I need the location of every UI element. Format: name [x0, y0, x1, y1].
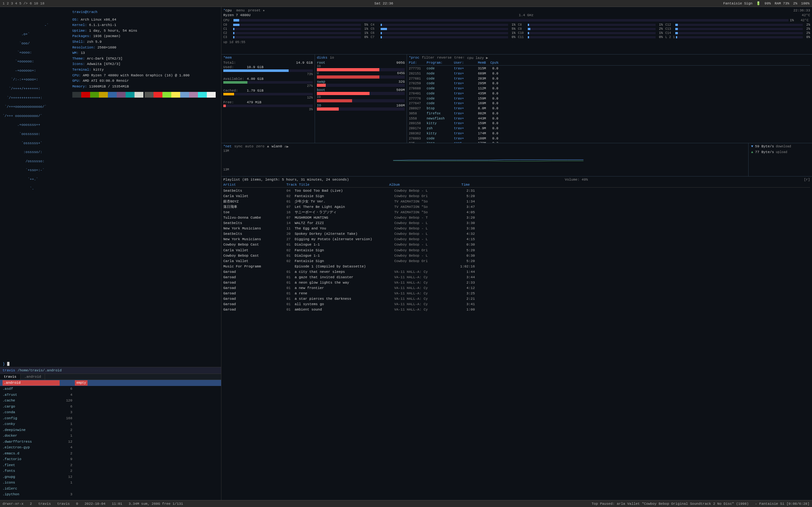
proc-tree[interactable]: tree↑: [454, 56, 465, 60]
playlist-row[interactable]: Garoad 01 ambient sound VA-11 HALL-A: Cy…: [223, 307, 810, 313]
proc-row: 277647 code trav+ 169M 0.0: [409, 101, 810, 106]
playlist-row[interactable]: New York Musicians 11 The Egg and You Co…: [223, 226, 810, 231]
list-item[interactable]: .electron-gyp4: [0, 445, 221, 451]
cpu-core-row: C1 1%: [223, 27, 368, 31]
file-name: .aTrust: [3, 392, 60, 398]
tab-android[interactable]: .android: [20, 374, 45, 380]
list-item[interactable]: .factorio9: [0, 456, 221, 462]
playlist-row[interactable]: Cowboy Bebop Cast 01 Dialogue 1-1 Cowboy…: [223, 242, 810, 247]
list-item[interactable]: .dwarffortress12: [0, 439, 221, 445]
playlist-col-headers: Artist Track Title Album Time: [223, 183, 810, 187]
file-count: 3: [60, 410, 72, 415]
playlist-row[interactable]: Tulivu-Donna Cumbe 07 MUSHROOM HUNTING C…: [223, 215, 810, 221]
list-item[interactable]: .deepinwine2: [0, 427, 221, 433]
proc-row: 278893 code trav+ 108M 0.0: [409, 136, 810, 141]
cpu-core-row: C11 0%: [518, 36, 663, 39]
list-item[interactable]: .config168: [0, 415, 221, 421]
playlist-row[interactable]: Garoad 01 a neon glow lights the way VA-…: [223, 280, 810, 285]
file-name: .idlerc: [3, 486, 60, 492]
list-item[interactable]: .gnupg12: [0, 474, 221, 480]
right-panel: *cpu menu preset ★ 22:36:33 Ryzen 7 4800…: [221, 7, 812, 500]
file-badge: empty: [75, 380, 88, 386]
file-count: 12: [60, 474, 72, 480]
playlist-row[interactable]: Garoad 01 a city that never sleeps VA-11…: [223, 269, 810, 275]
net-zero[interactable]: zero: [256, 145, 264, 149]
list-item[interactable]: .ipython3: [0, 492, 221, 497]
net-graph-area: *net sync auto zero ▲ wlan0 n▶ 13M 13M: [221, 143, 749, 176]
playlist-row[interactable]: Seatbelts 04 Too Good Too Bad (Live) Cow…: [223, 188, 810, 193]
list-item[interactable]: .aTrust4: [0, 392, 221, 398]
list-item[interactable]: .emacs.d2: [0, 451, 221, 457]
playlist-row[interactable]: Carla Vallet 02 Fantaisie Sign Cowboy Be…: [223, 248, 810, 253]
cpu-core-row: C14 2%: [665, 32, 810, 35]
file-name: .ipython: [3, 492, 60, 497]
file-count: 3: [60, 492, 72, 497]
file-name: .fonts: [3, 468, 60, 474]
cpu-uptime: up 1d 05:55: [223, 40, 810, 44]
top-bar: 1 2 3 4 5 /> 6 10 18 Sat 22:36 Fantaisie…: [0, 0, 812, 7]
net-graph-svg: [230, 149, 746, 171]
playlist-row[interactable]: Garoad 01 a new frontier VA-11 HALL-A: C…: [223, 285, 810, 291]
file-name: .conda: [3, 410, 60, 415]
net-sync[interactable]: sync: [234, 145, 242, 149]
playlist-row[interactable]: Garoad 01 a gaze that invited disaster V…: [223, 275, 810, 280]
list-item[interactable]: .docker1: [0, 433, 221, 439]
list-item[interactable]: .fonts2: [0, 468, 221, 474]
cpu-core-row: C13 2%: [665, 27, 810, 31]
net-auto[interactable]: auto: [245, 145, 253, 149]
list-item[interactable]: .icons1: [0, 480, 221, 486]
playlist-row[interactable]: Seatbelts 14 WALTZ for ZIZI Cowboy Bebop…: [223, 221, 810, 226]
file-count: 9: [60, 457, 72, 462]
file-tabs: travis .android: [0, 374, 221, 380]
playlist-row[interactable]: Garoad 01 all systems go VA-11 HALL-A: C…: [223, 302, 810, 307]
file-date: 2022-10-04: [84, 502, 105, 506]
playlist-row[interactable]: 銀杏BOYZ 01 少年少女 TV Ver. TV ANIMATION "So …: [223, 199, 810, 205]
list-item[interactable]: .conky1: [0, 421, 221, 427]
playlist-row[interactable]: New York Musicians 27 Digging my Potato …: [223, 237, 810, 242]
file-count: 1: [60, 421, 72, 427]
list-item[interactable]: .cache120: [0, 398, 221, 404]
file-manager[interactable]: travis /home/travis/.android travis .and…: [0, 367, 221, 500]
workspace-indicators: 1 2 3 4 5 /> 6 10 18: [3, 2, 44, 5]
tab-travis[interactable]: travis: [0, 374, 20, 380]
file-count: 6: [60, 404, 72, 409]
cpu-overall-label: CPU: [223, 18, 232, 22]
neofetch-username: travis@trach: [72, 9, 216, 15]
disk-info: 3.34M sum, 260G free 1/131: [129, 502, 585, 506]
playlist-row[interactable]: Cowboy Bebop Cast 01 Dialogue 1-1 Cowboy…: [223, 253, 810, 259]
playlist-row[interactable]: Garoad 01 a star pierces the darkness VA…: [223, 296, 810, 302]
list-item[interactable]: .idlerc: [0, 486, 221, 492]
list-item[interactable]: .conda3: [0, 409, 221, 415]
playlist-row[interactable]: Seatbelts 20 Spokey Dorkey (Alternate Ta…: [223, 231, 810, 237]
list-item[interactable]: .fleet2: [0, 462, 221, 468]
playlist-row[interactable]: Carla Vallet 02 Fantaisie Sign Cowboy Be…: [223, 193, 810, 199]
file-count: 168: [60, 416, 72, 421]
disk-title: disks: [317, 56, 327, 60]
proc-rows: 277731 code trav+ 315M 0.0 282151 node t…: [409, 66, 810, 143]
playlist-row[interactable]: Carla Vallet 02 Fantaisie Sign Cowboy Be…: [223, 259, 810, 264]
cpu-menu[interactable]: menu: [236, 9, 245, 12]
proc-row: 288362 kitty trav+ 174M 0.0: [409, 131, 810, 136]
file-count: 2: [60, 428, 72, 433]
playlist-row[interactable]: toe 16 サニーボーイ・ラプソディ TV ANIMATION "So 4:0…: [223, 210, 810, 215]
cpu-time: 22:36:33: [793, 9, 810, 12]
mem-title: *mem: [223, 56, 313, 60]
proc-filter[interactable]: filter: [422, 56, 435, 60]
terminal-prompt: ) █: [0, 361, 221, 367]
file-list[interactable]: .androidempty.asdf6.aTrust4.cache120.car…: [0, 380, 221, 497]
proc-reverse[interactable]: reverse: [437, 56, 452, 60]
top-bar-center: Sat 22:36: [374, 2, 393, 5]
list-item[interactable]: .androidempty: [0, 380, 221, 386]
list-item[interactable]: .cargo6: [0, 404, 221, 410]
file-name: .config: [3, 416, 60, 421]
file-permissions: drwxr-xr-x: [3, 502, 23, 506]
file-count: 6: [60, 386, 72, 392]
playlist-row[interactable]: Garoad 01 a rene VA-11 HALL-A: Cy 3:25: [223, 291, 810, 296]
top-bar-left: 1 2 3 4 5 /> 6 10 18: [3, 2, 44, 5]
list-item[interactable]: .asdf6: [0, 386, 221, 392]
proc-cpu-lazy[interactable]: cpu lazy ▶: [467, 56, 488, 60]
playlist-row[interactable]: Music For Programm Episode 1 (Compiled b…: [223, 264, 810, 269]
cpu-title: cpu: [225, 9, 232, 12]
cpu-preset[interactable]: preset ★: [248, 9, 265, 12]
playlist-row[interactable]: 落日飛車 07 Let There Be Light Again TV ANIM…: [223, 205, 810, 210]
